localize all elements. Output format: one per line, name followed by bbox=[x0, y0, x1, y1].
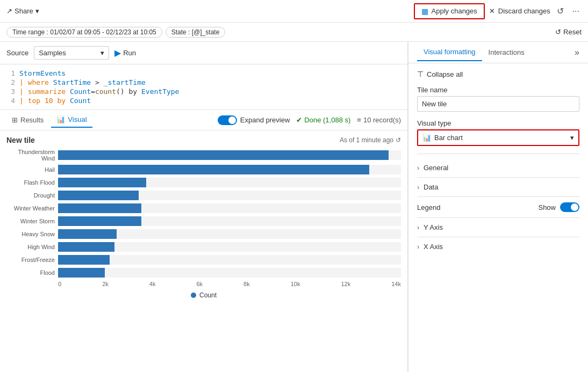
code-text-2: | where StartTime > _startTime bbox=[19, 78, 146, 86]
code-editor[interactable]: 1 StormEvents 2 | where StartTime > _sta… bbox=[0, 64, 407, 110]
expand-panel-button[interactable]: » bbox=[575, 48, 579, 57]
filter-bar-left: Time range : 01/02/07 at 09:05 - 02/12/2… bbox=[6, 27, 225, 38]
done-icon: ✔ bbox=[296, 116, 302, 124]
legend-show-label: Show bbox=[538, 203, 556, 211]
bar-row: High Wind bbox=[6, 242, 401, 252]
bar-row: Winter Storm bbox=[6, 216, 401, 226]
apply-changes-button[interactable]: ▦ Apply changes bbox=[414, 3, 485, 19]
x-axis-section[interactable]: › X Axis bbox=[417, 237, 579, 256]
source-bar: Source Samples ▾ ▶ Run bbox=[0, 42, 407, 64]
bar-track bbox=[58, 165, 401, 174]
apply-changes-icon: ▦ bbox=[421, 7, 428, 16]
tab-interactions[interactable]: Interactions bbox=[482, 44, 531, 61]
tabs-right: Expand preview ✔ Done (1,088 s) ≡ 10 rec… bbox=[218, 115, 401, 125]
discard-changes-button[interactable]: ✕ Discard changes bbox=[489, 7, 550, 15]
legend-label: Count bbox=[199, 291, 217, 299]
share-button[interactable]: ↗ Share ▾ bbox=[6, 7, 39, 15]
tab-results[interactable]: ⊞ Results bbox=[6, 113, 49, 127]
top-bar-right: ▦ Apply changes ✕ Discard changes ↺ ··· bbox=[414, 3, 582, 19]
tab-visual-formatting[interactable]: Visual formatting bbox=[417, 43, 482, 61]
legend-row-label: Legend bbox=[417, 203, 440, 211]
bar-label: Frost/Freeze bbox=[6, 257, 55, 263]
filter-bar: Time range : 01/02/07 at 09:05 - 02/12/2… bbox=[0, 23, 588, 42]
more-options-button[interactable]: ··· bbox=[570, 4, 582, 18]
bar-fill bbox=[58, 229, 117, 239]
bar-fill bbox=[58, 165, 369, 174]
collapse-all-label: Collapse all bbox=[427, 70, 463, 78]
bar-track bbox=[58, 229, 401, 239]
y-axis-chevron-icon: › bbox=[417, 224, 419, 231]
bar-chart-icon: 📊 bbox=[422, 134, 431, 142]
state-filter[interactable]: State : [@]_state bbox=[166, 27, 226, 38]
expand-preview-label: Expand preview bbox=[240, 116, 290, 124]
bar-fill bbox=[58, 203, 141, 213]
x-axis-label: 0 bbox=[58, 281, 61, 287]
x-axis-label: 6k bbox=[196, 281, 203, 287]
bar-rows: Thunderstorm Wind Hail Flash Flood Droug… bbox=[6, 149, 401, 278]
legend-row-right: Show bbox=[538, 202, 579, 212]
chart-header: New tile As of 1 minute ago ↺ bbox=[6, 136, 401, 144]
x-axis: 02k4k6k8k10k12k14k bbox=[6, 281, 401, 287]
source-label: Source bbox=[6, 49, 28, 57]
bar-fill bbox=[58, 178, 146, 187]
x-axis-chevron-icon: › bbox=[417, 243, 419, 251]
visual-type-select[interactable]: 📊 Bar chart ▾ bbox=[417, 129, 579, 146]
bar-row: Drought bbox=[6, 191, 401, 200]
discard-x-icon: ✕ bbox=[489, 7, 495, 15]
run-button[interactable]: ▶ Run bbox=[114, 48, 136, 58]
done-indicator: ✔ Done (1,088 s) bbox=[296, 116, 350, 124]
reset-label: Reset bbox=[563, 28, 582, 36]
expand-preview-toggle[interactable] bbox=[218, 115, 237, 125]
right-tabs: Visual formatting Interactions » bbox=[408, 42, 588, 63]
y-axis-section[interactable]: › Y Axis bbox=[417, 218, 579, 237]
expand-toggle: Expand preview bbox=[218, 115, 290, 125]
legend-dot bbox=[191, 293, 196, 298]
general-section-label: General bbox=[424, 164, 448, 172]
line-num-4: 4 bbox=[6, 97, 15, 105]
tab-visual[interactable]: 📊 Visual bbox=[51, 112, 92, 128]
bar-label: Flash Flood bbox=[6, 179, 55, 186]
chart-legend: Count bbox=[6, 291, 401, 299]
tile-name-input[interactable] bbox=[417, 96, 579, 112]
bar-track bbox=[58, 203, 401, 213]
reset-button[interactable]: ↺ Reset bbox=[555, 28, 582, 36]
bar-row: Flash Flood bbox=[6, 178, 401, 187]
bar-chart: Thunderstorm Wind Hail Flash Flood Droug… bbox=[6, 149, 401, 304]
refresh-button[interactable]: ↺ bbox=[555, 4, 566, 18]
chart-timestamp: As of 1 minute ago ↺ bbox=[340, 136, 401, 144]
visual-type-value: Bar chart bbox=[434, 134, 463, 142]
line-num-1: 1 bbox=[6, 69, 15, 77]
bar-fill bbox=[58, 150, 389, 160]
bar-fill bbox=[58, 242, 114, 252]
code-line-4: 4 | top 10 by Count bbox=[0, 96, 407, 105]
bar-row: Frost/Freeze bbox=[6, 255, 401, 265]
bar-row: Heavy Snow bbox=[6, 229, 401, 239]
y-axis-section-label: Y Axis bbox=[424, 223, 443, 231]
data-section[interactable]: › Data bbox=[417, 178, 579, 197]
collapse-all-button[interactable]: ⊤ Collapse all bbox=[417, 70, 463, 78]
bar-track bbox=[58, 268, 401, 278]
section-divider-1 bbox=[417, 154, 579, 154]
x-axis-label: 10k bbox=[291, 281, 300, 287]
code-line-3: 3 | summarize Count=count() by EventType bbox=[0, 87, 407, 96]
legend-show-toggle[interactable] bbox=[560, 202, 579, 212]
collapse-icon: ⊤ bbox=[417, 70, 424, 78]
chart-area: New tile As of 1 minute ago ↺ Thundersto… bbox=[0, 130, 407, 372]
bar-track bbox=[58, 255, 401, 265]
tab-results-label: Results bbox=[20, 116, 44, 124]
refresh-chart-icon[interactable]: ↺ bbox=[396, 136, 401, 144]
share-chevron-icon: ▾ bbox=[35, 7, 39, 15]
bar-track bbox=[58, 191, 401, 200]
bar-row: Thunderstorm Wind bbox=[6, 149, 401, 162]
run-label: Run bbox=[123, 49, 136, 57]
bar-fill bbox=[58, 255, 110, 265]
visual-type-chevron-icon: ▾ bbox=[570, 134, 574, 142]
time-range-filter[interactable]: Time range : 01/02/07 at 09:05 - 02/12/2… bbox=[6, 27, 162, 38]
bar-label: Heavy Snow bbox=[6, 231, 55, 237]
bar-row: Winter Weather bbox=[6, 203, 401, 213]
source-select[interactable]: Samples ▾ bbox=[34, 46, 109, 60]
reset-icon: ↺ bbox=[555, 28, 561, 36]
bar-label: High Wind bbox=[6, 244, 55, 250]
legend-row: Legend Show bbox=[417, 197, 579, 218]
general-section[interactable]: › General bbox=[417, 158, 579, 178]
